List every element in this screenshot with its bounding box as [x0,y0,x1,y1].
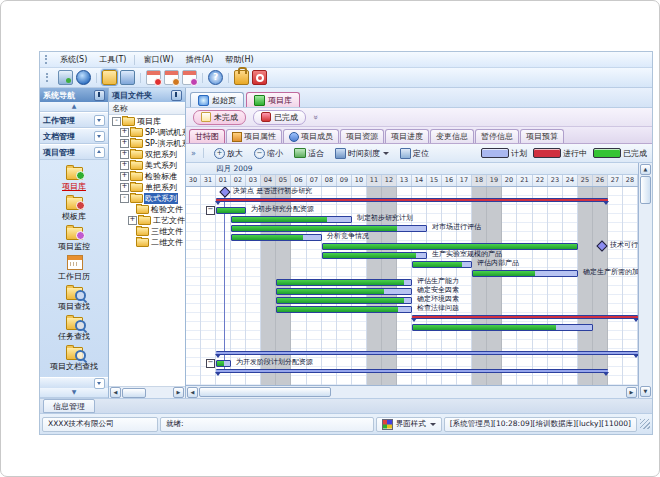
tree-node[interactable]: +单把系列 [109,182,185,193]
gantt-horizontal-scrollbar[interactable]: ◀ ▶ [186,385,638,398]
tree-node[interactable]: +工艺文件 [109,215,185,226]
tree-node[interactable]: 二维文件 [109,237,185,248]
scroll-up-icon[interactable]: ▲ [640,164,651,175]
gantt-task-bar[interactable] [276,288,412,295]
sidebar-item[interactable]: 项目库 [40,163,108,193]
gantt-task-bar[interactable] [472,270,578,277]
sidebar-scroll-up[interactable]: ▲ [40,102,108,112]
scrollbar-thumb[interactable] [640,176,651,204]
expand-icon[interactable]: + [128,216,137,225]
collapse-icon[interactable]: - [112,117,121,126]
sidebar-group-header[interactable]: 工作管理 [40,112,108,128]
tree-node[interactable]: +SP-演示机系 [109,138,185,149]
tree-node[interactable]: +双把系列 [109,149,185,160]
sidebar-item[interactable]: 任务查找 [40,313,108,343]
toolbar-overflow-chevron[interactable]: » [191,149,196,158]
info-management-tab[interactable]: 信息管理 [43,399,95,413]
scrollbar-thumb[interactable] [199,387,331,397]
globe-icon[interactable] [76,70,91,85]
tree-node[interactable]: -欧式系列 [109,193,185,204]
sidebar-item[interactable]: 模板库 [40,193,108,223]
gantt-task-bar[interactable] [412,324,593,331]
expand-icon[interactable]: + [120,150,129,159]
menu-item[interactable]: 插件(A) [180,53,220,66]
calendar-delete-icon[interactable] [182,70,197,85]
gantt-tool-button[interactable]: 时间刻度 [332,147,392,160]
gantt-task-bar[interactable] [276,279,412,286]
scrollbar-thumb[interactable] [122,388,146,398]
tree-node[interactable]: 检验文件 [109,204,185,215]
chevron-down-icon[interactable] [94,131,105,142]
collapse-icon[interactable]: - [120,194,129,203]
scroll-right-icon[interactable]: ▶ [173,387,184,398]
filter-pill[interactable]: 未完成 [193,110,246,125]
gantt-task-bar[interactable] [231,216,352,223]
help-icon[interactable] [208,70,223,85]
view-tab[interactable]: 项目进度 [385,129,429,143]
gantt-task-bar[interactable] [322,243,578,250]
desktop-icon[interactable] [58,70,73,85]
lock-icon[interactable] [234,70,249,85]
gantt-task-bar[interactable] [231,234,322,241]
open-folder-icon[interactable] [102,70,117,85]
sidebar-item[interactable]: 项目查找 [40,283,108,313]
gantt-tool-button[interactable]: 适合 [291,147,327,160]
tree-node[interactable]: +美式系列 [109,160,185,171]
view-tab[interactable]: 项目成员 [283,129,339,143]
gantt-vertical-scrollbar[interactable]: ▲ ▼ [638,163,652,398]
calendar-new-icon[interactable] [146,70,161,85]
pin-icon[interactable] [94,90,105,101]
expand-icon[interactable]: + [120,161,129,170]
view-tab[interactable]: 项目属性 [226,129,282,143]
scroll-right-icon[interactable]: ▶ [626,387,637,398]
menu-item[interactable]: 窗口(W) [137,53,179,66]
chevron-up-icon[interactable] [94,147,105,158]
gantt-summary-bar[interactable] [216,369,608,373]
sidebar-group-header[interactable]: 文档管理 [40,128,108,144]
sidebar-item[interactable]: 项目文档查找 [40,343,108,373]
toolbar-drag-handle[interactable] [46,73,51,82]
calendar-edit-icon[interactable] [164,70,179,85]
chevron-down-icon[interactable] [94,378,105,389]
gantt-task-bar[interactable] [412,261,472,268]
expand-icon[interactable]: + [120,128,129,137]
gantt-summary-bar[interactable] [216,351,638,355]
view-tab[interactable]: 项目资源 [340,129,384,143]
gantt-summary-bar[interactable] [216,198,608,202]
view-tab[interactable]: 项目预算 [520,129,564,143]
scroll-down-icon[interactable]: ▼ [640,386,651,397]
pin-icon[interactable] [171,90,182,101]
sidebar-item[interactable]: 工作日历 [40,253,108,283]
tree-node[interactable]: +检验标准 [109,171,185,182]
doc-tab[interactable]: 起始页 [190,92,244,107]
tree-node[interactable]: -项目库 [109,116,185,127]
menu-item[interactable]: 工具(T) [93,53,132,66]
interface-style-dropdown[interactable]: 界面样式 [376,417,442,432]
collapse-icon[interactable]: − [206,359,215,368]
tree-node[interactable]: 三维文件 [109,226,185,237]
gantt-task-bar[interactable] [322,252,427,259]
scroll-left-icon[interactable]: ◀ [110,387,121,398]
doc-tab[interactable]: 项目库 [246,92,300,107]
gantt-summary-bar[interactable] [412,315,638,319]
collapse-icon[interactable]: − [206,206,215,215]
locate-button[interactable]: 定位 [397,147,432,160]
sidebar-group-header[interactable]: 项目管理 [40,144,108,160]
tree-node[interactable]: +SP-调试机系 [109,127,185,138]
chevron-down-icon[interactable] [94,115,105,126]
exit-icon[interactable] [252,70,267,85]
gantt-task-bar[interactable] [276,297,412,304]
sidebar-collapsed-group[interactable] [40,377,108,388]
menu-item[interactable]: 帮助(H) [219,53,259,66]
gantt-task-bar[interactable] [276,306,412,313]
scroll-left-icon[interactable]: ◀ [187,387,198,398]
resize-grip[interactable] [640,419,650,429]
menu-item[interactable]: 系统(S) [54,53,93,66]
gantt-tool-button[interactable]: +放大 [211,147,246,160]
sidebar-item[interactable]: 项目监控 [40,223,108,253]
filter-pill[interactable]: 已完成 [253,110,306,125]
view-tab[interactable]: 暂停信息 [475,129,519,143]
view-tab[interactable]: 变更信息 [430,129,474,143]
tree-horizontal-scrollbar[interactable]: ◀ ▶ [109,386,185,398]
sidebar-scroll-down[interactable]: ▼ [40,388,108,398]
